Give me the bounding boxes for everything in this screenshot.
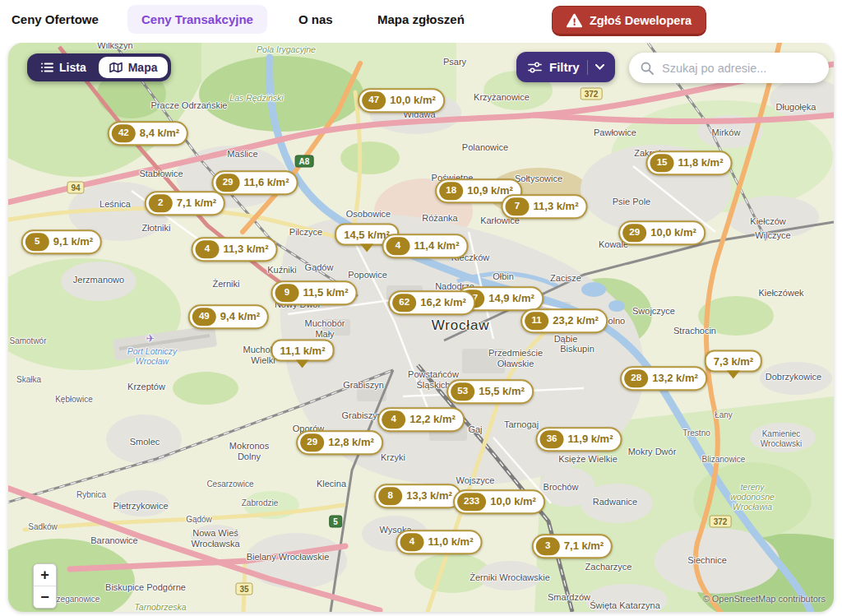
price-cluster-marker[interactable]: 1511,8 k/m² [646,151,733,175]
road-shield: 94 [67,182,84,194]
price-cluster-marker[interactable]: 59,1 k/m² [21,229,102,254]
map-place-label: Nowa Wieś Wrocławska [191,528,239,549]
price-cluster-marker[interactable]: 3611,9 k/m² [536,427,622,452]
price-cluster-marker[interactable]: 911,5 k/m² [271,280,358,305]
view-toggle-lista-label: Lista [59,61,86,74]
price-cluster-marker[interactable]: 2813,2 k/m² [620,366,707,391]
price-cluster-marker[interactable]: 2911,6 k/m² [212,170,298,195]
price-cluster-marker[interactable]: 499,4 k/m² [188,304,269,329]
price-cluster-marker[interactable]: 37,1 k/m² [532,534,613,558]
cluster-count-badge: 4 [196,240,220,258]
map-place-label: Muchobór Mały [305,318,345,339]
price-cluster-marker[interactable]: 813,3 k/m² [374,484,461,508]
divider [587,60,588,75]
price-label: 23,2 k/m² [553,315,599,327]
price-cluster-marker[interactable]: 412,2 k/m² [377,407,465,432]
cluster-count-badge: 29 [622,224,646,242]
price-cluster-marker[interactable]: 411,4 k/m² [382,234,469,258]
map-place-label: Osobowice [346,209,391,220]
map-place-label: Żerniki Wrocławskie [470,572,550,583]
map-place-label: Pilczyce [289,227,322,238]
price-label: 11,3 k/m² [534,201,579,213]
cluster-count-badge: 9 [275,284,299,302]
cluster-count-badge: 4 [400,533,424,551]
price-callout[interactable]: 7,3 k/m² [705,350,762,373]
map-place-label: Rybnica [76,490,106,500]
map-place-label: Popowice [348,270,387,280]
report-developer-button[interactable]: Zgłoś Dewelopera [552,6,706,36]
map-overlay-layer: WilkszynPsaryPracze OdrzańskieLas Rędziń… [8,43,834,612]
map-place-label: Bielany Wrocławskie [247,552,330,563]
cluster-count-badge: 47 [362,91,386,109]
price-label: 15,5 k/m² [479,386,525,398]
map-place-label: Różanka [422,213,457,224]
map-place-label: Las Rędziński [229,93,283,103]
price-cluster-marker[interactable]: 711,3 k/m² [502,194,588,219]
sliders-icon [528,62,542,73]
map-attribution[interactable]: © OpenStreetMap contributors [703,594,826,604]
map-place-label: Wilkszyn [97,43,132,50]
price-cluster-marker[interactable]: 411,3 k/m² [192,237,278,262]
price-label: 11,4 k/m² [414,240,460,252]
nav-item-ceny-ofertowe[interactable]: Ceny Ofertowe [12,12,99,26]
price-label: 10,0 k/m² [650,227,696,239]
map-place-label: Tarnobrzeska [134,602,186,612]
cluster-count-badge: 28 [624,369,648,387]
search-input[interactable] [660,61,817,76]
cluster-count-badge: 4 [382,410,405,428]
price-callout[interactable]: 11,1 k/m² [271,340,335,362]
price-cluster-marker[interactable]: 411,0 k/m² [396,530,483,554]
road-shield: A8 [295,155,314,168]
map-place-label: Biskupin [560,344,594,354]
map-place-label: Maślice [227,149,257,160]
map-place-label: Długołęka [776,102,817,113]
view-toggle: Lista Mapa [27,53,171,81]
map-place-label: Polanowice [462,142,508,153]
price-cluster-marker[interactable]: 5315,5 k/m² [446,379,534,404]
price-cluster-marker[interactable]: 4710,0 k/m² [358,88,445,113]
price-label: 7,1 k/m² [177,197,216,210]
price-cluster-marker[interactable]: 6216,2 k/m² [388,290,475,315]
map-place-label: Kuźniki [267,265,296,276]
cluster-count-badge: 29 [300,433,324,452]
map-place-label: Leśnica [99,199,131,210]
map-place-label: Sadków [28,522,58,532]
map-place-label: Kębłowice [55,395,93,405]
price-cluster-marker[interactable]: 1123,2 k/m² [520,308,608,333]
map-place-label: Skałka [16,375,41,385]
nav-item-mapa-zgloszen[interactable]: Mapa zgłoszeń [377,12,465,26]
map-place-label: Blizanowice [702,455,746,465]
cluster-count-badge: 15 [650,154,674,172]
price-cluster-marker[interactable]: 2912,8 k/m² [296,430,383,455]
zoom-in-button[interactable]: + [34,564,56,586]
view-toggle-mapa[interactable]: Mapa [99,57,169,78]
cluster-count-badge: 7 [506,197,530,215]
cluster-count-badge: 62 [392,294,416,312]
cluster-count-badge: 42 [112,124,136,142]
map-place-label: Mokry Dwór [628,447,677,457]
price-cluster-marker[interactable]: 2910,0 k/m² [618,220,706,245]
price-cluster-marker[interactable]: 27,1 k/m² [145,191,225,215]
nav-item-o-nas[interactable]: O nas [298,12,333,26]
map-place-label: Tarnogaj [504,419,539,430]
map-place-label: Samotwór [9,336,46,346]
map-place-label: Sołtysowice [515,174,562,184]
price-cluster-marker[interactable]: 428,4 k/m² [108,121,188,146]
map-place-label: Wilczyce [755,230,790,241]
price-label: 9,1 k/m² [53,236,93,248]
cluster-count-badge: 233 [457,493,486,511]
zoom-out-button[interactable]: − [34,586,56,608]
map-place-label: Kiełczów [750,216,785,227]
filters-button[interactable]: Filtry [516,52,615,82]
cluster-count-badge: 11 [525,312,548,330]
map-place-label: Księże Wielkie [558,454,618,465]
view-toggle-lista[interactable]: Lista [30,57,97,78]
map-place-label: Biskupice Podgórne [105,582,186,593]
nav-item-ceny-transakcyjne[interactable]: Ceny Transakcyjne [127,5,267,34]
price-cluster-marker[interactable]: 23310,0 k/m² [453,489,545,514]
map-place-label: Ołbin [493,271,514,282]
map-place-label: Port Lotniczy Wrocław [127,346,178,366]
search-icon [641,62,654,75]
price-label: 10,0 k/m² [490,496,536,508]
price-label: 11,0 k/m² [428,536,474,549]
